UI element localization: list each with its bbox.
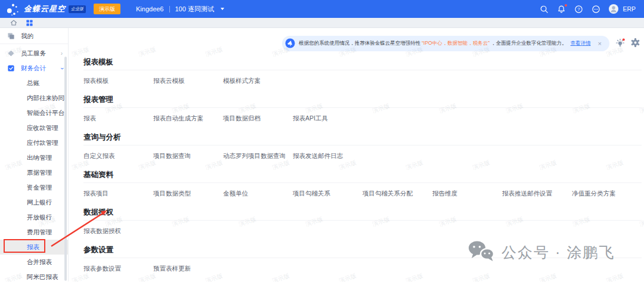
kingdee-cloud-app: 金蝶云星空 企业版 演示版 Kingdee6 100 逐同测试 ? (0, 0, 644, 282)
menu-link-报表数据授权[interactable]: 报表数据授权 (83, 227, 153, 234)
menu-link-项目勾稽关系分配[interactable]: 项目勾稽关系分配 (363, 190, 432, 197)
banner-row: 根据您的系统使用情况，推荐体验金蝶云星空增强特性 “IPO中心，数据智能，税务云… (83, 35, 642, 52)
sidebar-item-label: 总账 (27, 79, 39, 88)
menu-link-报告维度[interactable]: 报告维度 (432, 190, 502, 197)
sidebar-item-票据管理[interactable]: 票据管理 (0, 165, 68, 180)
section-报表管理: 报表管理报表报表自动生成方案项目数据归档报表API工具 (83, 96, 642, 134)
datacenter-selector[interactable]: 100 逐同测试 (175, 5, 214, 14)
finance-icon (7, 64, 15, 72)
sidebar-item-阿米巴报表[interactable]: 阿米巴报表 (0, 269, 68, 282)
section-title: 查询与分析 (83, 134, 642, 141)
megaphone-icon (285, 38, 295, 49)
sidebar-item-出纳管理[interactable]: 出纳管理 (0, 150, 68, 165)
account-name: Kingdee6 (136, 5, 164, 13)
account-area: Kingdee6 100 逐同测试 (136, 5, 224, 14)
topbar: 金蝶云星空 企业版 演示版 Kingdee6 100 逐同测试 ? (0, 0, 644, 18)
section-数据授权: 数据授权报表数据授权 (83, 209, 642, 246)
section-查询与分析: 查询与分析自定义报表项目数据查询动态罗列项目数据查询报表发送邮件日志 (83, 134, 642, 171)
section-报表模板: 报表模板报表模板报表云模板模板样式方案 (83, 58, 642, 96)
menu-link-项目勾稽关系[interactable]: 项目勾稽关系 (293, 190, 363, 197)
menu-link-报表项目[interactable]: 报表项目 (83, 190, 153, 197)
sidebar-item-应收款管理[interactable]: 应收款管理 (0, 120, 68, 135)
menu-link-项目数据归档[interactable]: 项目数据归档 (223, 114, 293, 122)
sidebar-item-label: 员工服务 (21, 49, 46, 58)
menu-link-项目数据类型[interactable]: 项目数据类型 (153, 190, 223, 197)
sidebar-item-应付款管理[interactable]: 应付款管理 (0, 135, 68, 150)
home-icon[interactable] (10, 19, 17, 26)
menu-link-报表模板[interactable]: 报表模板 (83, 77, 153, 84)
section-title: 数据授权 (83, 209, 642, 216)
menu-link-金额单位[interactable]: 金额单位 (223, 190, 293, 197)
user-avatar[interactable] (609, 4, 618, 14)
settings-gear-icon[interactable] (630, 38, 640, 50)
sidebar-item-label: 费用管理 (27, 228, 52, 237)
sidebar-item-label: 网上银行 (27, 199, 52, 207)
menu-link-动态罗列项目数据查询[interactable]: 动态罗列项目数据查询 (223, 152, 293, 159)
menu-link-报表推送邮件设置[interactable]: 报表推送邮件设置 (502, 190, 572, 197)
sidebar-item-label: 票据管理 (27, 169, 52, 177)
notification-dot (565, 4, 568, 7)
sidebar-item-label: 报表 (27, 243, 39, 252)
chevron-down-icon[interactable] (221, 8, 224, 10)
sidebar-item-费用管理[interactable]: 费用管理 (0, 225, 68, 240)
sidebar-item-员工服务[interactable]: 员工服务› (0, 46, 68, 61)
kingdee-logo-dots-icon (6, 3, 20, 16)
demo-version-badge: 演示版 (94, 4, 120, 14)
sidebar-item-label: 应收款管理 (27, 124, 58, 132)
sidebar-item-我的[interactable]: 我的 (0, 29, 68, 44)
menu-link-净值重分类方案[interactable]: 净值重分类方案 (572, 190, 642, 197)
more-icon[interactable] (592, 5, 600, 14)
menu-link-预置表样更新[interactable]: 预置表样更新 (153, 265, 223, 272)
separator (169, 6, 170, 13)
section-title: 参数设置 (83, 246, 642, 254)
menu-link-报表云模板[interactable]: 报表云模板 (153, 77, 223, 84)
banner-text: 根据您的系统使用情况，推荐体验金蝶云星空增强特性 (299, 40, 420, 47)
sidebar-item-内部往来协同[interactable]: 内部往来协同 (0, 91, 68, 106)
chevron-right-icon: › (61, 51, 63, 57)
edition-badge: 企业版 (69, 5, 86, 13)
banner-close-icon[interactable]: × (598, 40, 602, 47)
user-name[interactable]: ERP (623, 5, 636, 13)
sidebar-item-label: 开放银行 (27, 213, 52, 222)
section-title: 基础资料 (83, 171, 642, 179)
sidebar-item-财务会计[interactable]: 财务会计› (0, 61, 68, 76)
sidebar-item-label: 财务会计 (21, 64, 46, 73)
sidebar-item-开放银行[interactable]: 开放银行 (0, 210, 68, 225)
view-details-link[interactable]: 查看详情 (571, 40, 591, 47)
diamond-icon (7, 49, 15, 57)
menu-link-报表API工具[interactable]: 报表API工具 (293, 114, 363, 122)
menu-link-报表自动生成方案[interactable]: 报表自动生成方案 (153, 114, 223, 122)
sidebar-item-label: 我的 (21, 32, 33, 41)
notifications-bell-icon[interactable] (557, 5, 566, 14)
sidebar-item-label: 内部往来协同 (27, 94, 64, 103)
app-grid-icon[interactable] (26, 19, 33, 26)
sidebar-item-label: 应付款管理 (27, 139, 58, 147)
section-title: 报表管理 (83, 96, 642, 104)
topbar-actions: ? ERP (540, 4, 636, 14)
help-icon[interactable]: ? (574, 5, 583, 14)
tabbar (0, 18, 644, 28)
sidebar-item-合并报表[interactable]: 合并报表 (0, 255, 68, 269)
layers-icon (7, 32, 15, 40)
recommendation-banner: 根据您的系统使用情况，推荐体验金蝶云星空增强特性 “IPO中心，数据智能，税务云… (282, 36, 609, 51)
banner-text-after: ，全面提升企业数字化管理能力。 (491, 40, 567, 47)
section-基础资料: 基础资料报表项目项目数据类型金额单位项目勾稽关系项目勾稽关系分配报告维度报表推送… (83, 171, 642, 209)
assistant-bulb-icon[interactable] (615, 38, 626, 51)
menu-link-报表发送邮件日志[interactable]: 报表发送邮件日志 (293, 152, 363, 159)
menu-link-自定义报表[interactable]: 自定义报表 (83, 152, 153, 159)
sidebar-item-网上银行[interactable]: 网上银行 (0, 195, 68, 210)
menu-link-项目数据查询[interactable]: 项目数据查询 (153, 152, 223, 159)
search-icon[interactable] (540, 5, 549, 14)
sidebar-item-智能会计平台[interactable]: 智能会计平台 (0, 106, 68, 120)
menu-link-模板样式方案[interactable]: 模板样式方案 (223, 77, 293, 84)
svg-text:?: ? (578, 7, 581, 12)
sidebar-item-label: 阿米巴报表 (27, 273, 58, 281)
sidebar: 我的员工服务›财务会计›总账内部往来协同智能会计平台应收款管理应付款管理出纳管理… (0, 28, 69, 281)
menu-link-报表[interactable]: 报表 (83, 114, 153, 122)
sidebar-scrollbar[interactable] (64, 57, 67, 281)
menu-link-报表参数设置[interactable]: 报表参数设置 (83, 265, 153, 272)
sidebar-item-报表[interactable]: 报表 (0, 240, 68, 255)
sidebar-item-资金管理[interactable]: 资金管理 (0, 180, 68, 195)
sidebar-item-总账[interactable]: 总账 (0, 76, 68, 91)
app-body: 我的员工服务›财务会计›总账内部往来协同智能会计平台应收款管理应付款管理出纳管理… (0, 28, 644, 281)
